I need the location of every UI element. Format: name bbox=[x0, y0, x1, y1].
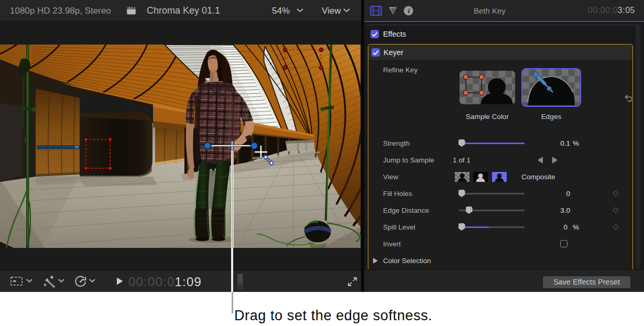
svg-text:i: i bbox=[408, 7, 410, 15]
